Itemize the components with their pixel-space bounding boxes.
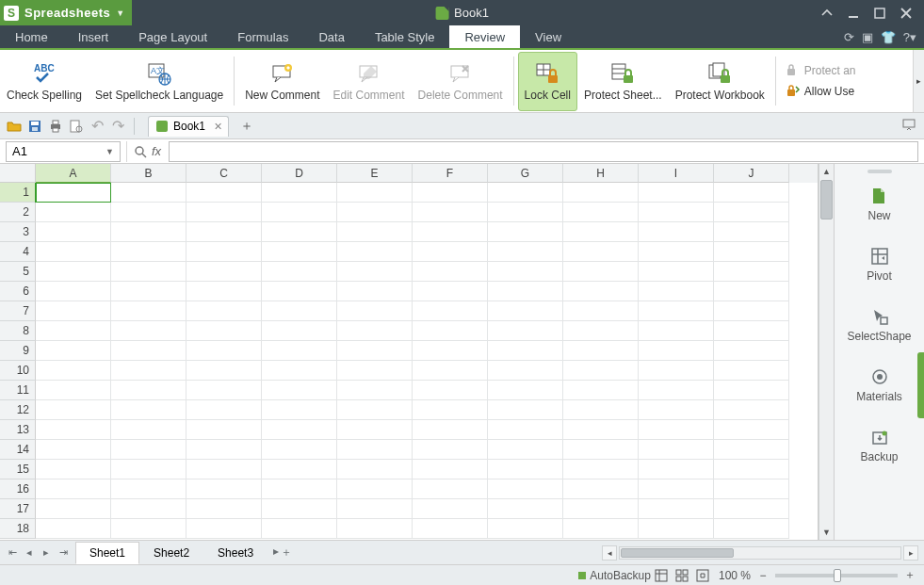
cell[interactable]: [563, 341, 639, 361]
cell[interactable]: [714, 341, 789, 361]
window-close-button[interactable]: [894, 3, 918, 24]
cell[interactable]: [262, 499, 337, 519]
cell[interactable]: [413, 361, 488, 381]
cell[interactable]: [714, 479, 789, 499]
cell[interactable]: [488, 499, 563, 519]
hscroll-right-arrow[interactable]: ▸: [903, 545, 918, 561]
cell[interactable]: [36, 321, 111, 341]
sheet-nav-next[interactable]: ▸: [38, 546, 55, 559]
cell[interactable]: [111, 460, 186, 479]
cell[interactable]: [111, 321, 186, 341]
cell[interactable]: [639, 321, 714, 341]
cell[interactable]: [639, 479, 714, 499]
cell[interactable]: [714, 203, 789, 222]
cell[interactable]: [36, 183, 111, 203]
cell[interactable]: [262, 282, 337, 301]
formula-input[interactable]: [169, 141, 918, 162]
cell[interactable]: [714, 301, 789, 321]
cell[interactable]: [111, 262, 186, 282]
pane-drag-handle[interactable]: [867, 170, 892, 173]
print-preview-icon[interactable]: [68, 118, 85, 135]
cell[interactable]: [186, 479, 262, 499]
row-header[interactable]: 3: [0, 222, 36, 242]
zoom-level-label[interactable]: 100 %: [719, 569, 751, 582]
hscroll-left-arrow[interactable]: ◂: [602, 545, 617, 561]
cell[interactable]: [36, 400, 111, 420]
cell[interactable]: [262, 519, 337, 539]
row-header[interactable]: 1: [0, 183, 36, 203]
cell[interactable]: [639, 341, 714, 361]
cell[interactable]: [488, 242, 563, 262]
taskpane-selectshape[interactable]: SelectShape: [841, 303, 916, 347]
cell[interactable]: [639, 222, 714, 242]
column-header[interactable]: B: [111, 164, 186, 183]
cell[interactable]: [36, 222, 111, 242]
cell[interactable]: [563, 262, 639, 282]
cell[interactable]: [186, 282, 262, 301]
ribbon-protect-sheet[interactable]: Protect Sheet...: [577, 52, 669, 111]
print-icon[interactable]: [47, 118, 64, 135]
sheet-tab[interactable]: Sheet2: [139, 542, 203, 564]
cell[interactable]: [714, 183, 789, 203]
cell[interactable]: [36, 519, 111, 539]
cell[interactable]: [488, 400, 563, 420]
cell[interactable]: [563, 321, 639, 341]
cell[interactable]: [337, 341, 413, 361]
cell[interactable]: [337, 282, 413, 301]
cell[interactable]: [413, 400, 488, 420]
cell[interactable]: [111, 301, 186, 321]
cell[interactable]: [488, 479, 563, 499]
cell[interactable]: [186, 262, 262, 282]
cell[interactable]: [337, 479, 413, 499]
cell[interactable]: [563, 420, 639, 440]
view-fullscreen-icon[interactable]: [694, 567, 711, 584]
sheet-tab[interactable]: Sheet1: [75, 542, 139, 564]
cell[interactable]: [714, 262, 789, 282]
sheet-nav-prev[interactable]: ◂: [21, 546, 38, 559]
taskpane-new[interactable]: New: [862, 183, 896, 226]
tshirt-icon[interactable]: 👕: [881, 30, 896, 44]
cell[interactable]: [714, 242, 789, 262]
cell[interactable]: [413, 301, 488, 321]
cell[interactable]: [262, 460, 337, 479]
cell[interactable]: [186, 301, 262, 321]
cell[interactable]: [262, 301, 337, 321]
cell[interactable]: [111, 361, 186, 381]
cell[interactable]: [488, 321, 563, 341]
cell[interactable]: [488, 262, 563, 282]
scroll-down-arrow[interactable]: ▼: [819, 525, 834, 540]
cell[interactable]: [111, 242, 186, 262]
cell[interactable]: [563, 499, 639, 519]
cell[interactable]: [413, 479, 488, 499]
cell[interactable]: [413, 519, 488, 539]
taskpane-pivot[interactable]: Pivot: [861, 243, 898, 286]
cell[interactable]: [337, 400, 413, 420]
menu-tab-table-style[interactable]: Table Style: [360, 25, 450, 48]
cell[interactable]: [563, 222, 639, 242]
cell[interactable]: [714, 381, 789, 400]
cell[interactable]: [111, 341, 186, 361]
cell[interactable]: [413, 499, 488, 519]
cell[interactable]: [488, 440, 563, 460]
row-header[interactable]: 13: [0, 420, 36, 440]
cell[interactable]: [639, 301, 714, 321]
cell[interactable]: [111, 400, 186, 420]
cell[interactable]: [186, 420, 262, 440]
cell[interactable]: [639, 282, 714, 301]
cell[interactable]: [413, 460, 488, 479]
row-header[interactable]: 14: [0, 440, 36, 460]
cell[interactable]: [262, 361, 337, 381]
cell[interactable]: [262, 479, 337, 499]
save-icon[interactable]: [26, 118, 43, 135]
row-header[interactable]: 9: [0, 341, 36, 361]
taskpane-materials[interactable]: Materials: [851, 364, 908, 407]
cell[interactable]: [186, 440, 262, 460]
sheet-tab[interactable]: Sheet3: [203, 542, 267, 564]
ribbon-scroll-right[interactable]: ▸: [913, 50, 924, 112]
cell[interactable]: [413, 381, 488, 400]
skin-icon[interactable]: ▣: [862, 30, 873, 44]
cell[interactable]: [639, 183, 714, 203]
cell[interactable]: [111, 183, 186, 203]
row-header[interactable]: 5: [0, 262, 36, 282]
cell[interactable]: [337, 381, 413, 400]
